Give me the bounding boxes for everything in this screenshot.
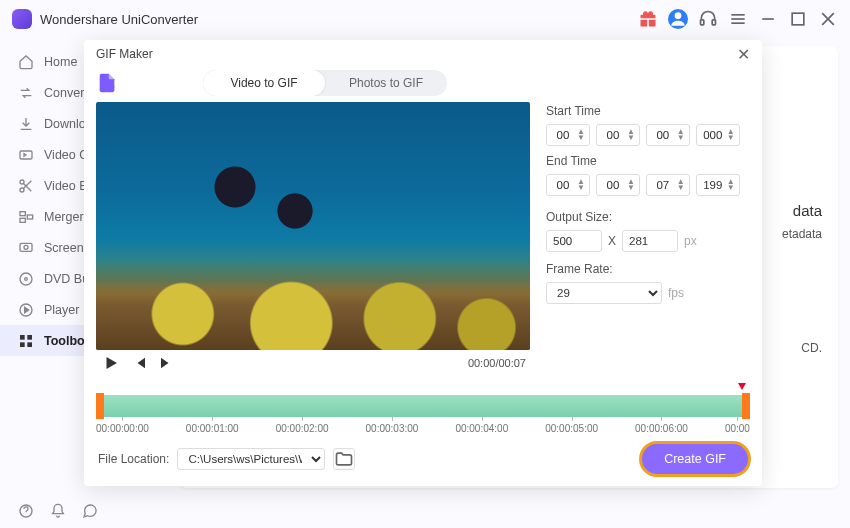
svg-rect-13 bbox=[20, 211, 25, 215]
svg-point-0 bbox=[675, 12, 682, 19]
app-logo bbox=[12, 9, 32, 29]
create-gif-button[interactable]: Create GIF bbox=[642, 444, 748, 474]
home-icon bbox=[18, 54, 34, 70]
mode-tabs: Video to GIF Photos to GIF bbox=[203, 70, 447, 96]
output-height-input[interactable] bbox=[622, 230, 678, 252]
menu-icon[interactable] bbox=[728, 9, 748, 29]
svg-rect-15 bbox=[27, 215, 32, 219]
svg-rect-24 bbox=[27, 342, 32, 347]
end-mm-stepper[interactable]: 00▲▼ bbox=[596, 174, 640, 196]
play-icon bbox=[18, 302, 34, 318]
video-preview[interactable] bbox=[96, 102, 530, 350]
file-location-select[interactable]: C:\Users\ws\Pictures\Wonders bbox=[177, 448, 325, 470]
svg-rect-14 bbox=[20, 218, 25, 222]
app-title: Wondershare UniConverter bbox=[40, 12, 198, 27]
next-frame-button[interactable] bbox=[158, 354, 176, 372]
timeline-handle-left[interactable] bbox=[96, 393, 104, 419]
svg-rect-22 bbox=[27, 335, 32, 340]
svg-point-19 bbox=[25, 277, 28, 280]
start-ms-stepper[interactable]: 000▲▼ bbox=[696, 124, 740, 146]
modal-title: GIF Maker bbox=[96, 47, 153, 61]
close-button[interactable] bbox=[818, 9, 838, 29]
svg-rect-2 bbox=[712, 20, 715, 25]
disc-icon bbox=[18, 271, 34, 287]
add-file-button[interactable] bbox=[96, 72, 118, 94]
svg-point-18 bbox=[20, 273, 32, 285]
start-hh-stepper[interactable]: 00▲▼ bbox=[546, 124, 590, 146]
size-sep: X bbox=[608, 234, 616, 248]
help-icon[interactable] bbox=[18, 503, 34, 519]
scissors-icon bbox=[18, 178, 34, 194]
start-mm-stepper[interactable]: 00▲▼ bbox=[596, 124, 640, 146]
end-ms-stepper[interactable]: 199▲▼ bbox=[696, 174, 740, 196]
svg-rect-23 bbox=[20, 342, 25, 347]
minimize-button[interactable] bbox=[758, 9, 778, 29]
grid-icon bbox=[18, 333, 34, 349]
browse-folder-button[interactable] bbox=[333, 448, 355, 470]
prev-frame-button[interactable] bbox=[130, 354, 148, 372]
convert-icon bbox=[18, 85, 34, 101]
bell-icon[interactable] bbox=[50, 503, 66, 519]
start-time-label: Start Time bbox=[546, 104, 750, 118]
play-button[interactable] bbox=[102, 354, 120, 372]
record-icon bbox=[18, 240, 34, 256]
download-icon bbox=[18, 116, 34, 132]
frame-unit: fps bbox=[668, 286, 684, 300]
end-ss-stepper[interactable]: 07▲▼ bbox=[646, 174, 690, 196]
end-hh-stepper[interactable]: 00▲▼ bbox=[546, 174, 590, 196]
close-icon[interactable]: ✕ bbox=[737, 45, 750, 64]
tab-video-to-gif[interactable]: Video to GIF bbox=[203, 70, 325, 96]
svg-point-12 bbox=[20, 188, 24, 192]
svg-rect-1 bbox=[701, 20, 704, 25]
feedback-icon[interactable] bbox=[82, 503, 98, 519]
sidebar-item-label: Player bbox=[44, 303, 79, 317]
timeline-ticks: 00:00:00:00 00:00:01:00 00:00:02:00 00:0… bbox=[96, 423, 750, 434]
timeline[interactable] bbox=[96, 389, 750, 419]
merge-icon bbox=[18, 209, 34, 225]
svg-rect-7 bbox=[792, 13, 804, 25]
maximize-button[interactable] bbox=[788, 9, 808, 29]
svg-rect-16 bbox=[20, 243, 32, 251]
compress-icon bbox=[18, 147, 34, 163]
start-ss-stepper[interactable]: 00▲▼ bbox=[646, 124, 690, 146]
time-display: 00:00/00:07 bbox=[468, 357, 526, 369]
frame-rate-label: Frame Rate: bbox=[546, 262, 750, 276]
file-location-label: File Location: bbox=[98, 452, 169, 466]
playhead-marker[interactable] bbox=[738, 383, 746, 390]
gif-maker-modal: GIF Maker ✕ Video to GIF Photos to GIF 0… bbox=[84, 40, 762, 486]
tab-photos-to-gif[interactable]: Photos to GIF bbox=[325, 70, 447, 96]
svg-point-11 bbox=[20, 180, 24, 184]
output-width-input[interactable] bbox=[546, 230, 602, 252]
timeline-handle-right[interactable] bbox=[742, 393, 750, 419]
sidebar-item-label: Home bbox=[44, 55, 77, 69]
sidebar-item-label: Merger bbox=[44, 210, 84, 224]
size-unit: px bbox=[684, 234, 697, 248]
svg-point-17 bbox=[24, 245, 28, 249]
output-size-label: Output Size: bbox=[546, 210, 750, 224]
svg-rect-21 bbox=[20, 335, 25, 340]
end-time-label: End Time bbox=[546, 154, 750, 168]
headset-icon[interactable] bbox=[698, 9, 718, 29]
frame-rate-select[interactable]: 29 bbox=[546, 282, 662, 304]
gift-icon[interactable] bbox=[638, 9, 658, 29]
avatar[interactable] bbox=[668, 9, 688, 29]
